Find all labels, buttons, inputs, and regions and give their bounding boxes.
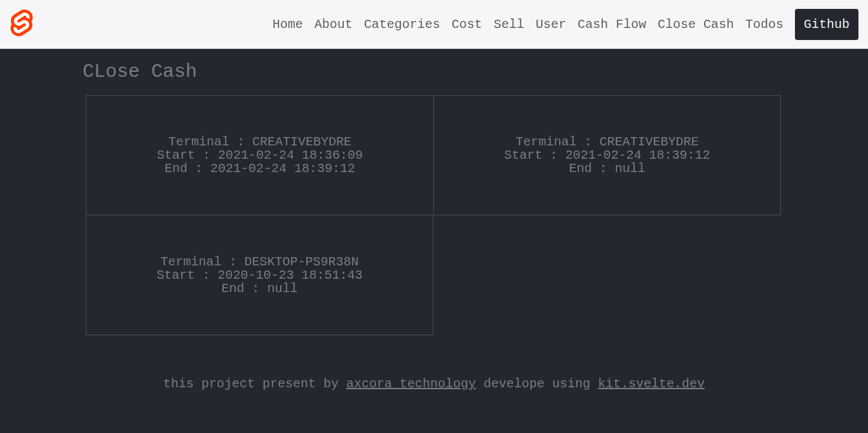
card-terminal: Terminal : CREATIVEBYDRE — [168, 135, 351, 149]
nav-categories[interactable]: Categories — [364, 17, 440, 32]
close-cash-grid: Terminal : CREATIVEBYDRE Start : 2021-02… — [86, 95, 868, 335]
card-end: End : null — [221, 282, 297, 295]
nav-sell[interactable]: Sell — [494, 17, 524, 32]
nav-todos[interactable]: Todos — [745, 17, 783, 32]
page-title: CLose Cash — [83, 61, 868, 83]
close-cash-card[interactable]: Terminal : DESKTOP-PS9R38N Start : 2020-… — [86, 215, 433, 335]
footer: this project present by axcora technolog… — [0, 376, 868, 391]
card-terminal: Terminal : CREATIVEBYDRE — [515, 135, 698, 149]
nav-closecash[interactable]: Close Cash — [658, 17, 734, 32]
close-cash-card[interactable]: Terminal : CREATIVEBYDRE Start : 2021-02… — [433, 95, 781, 215]
card-end: End : null — [569, 162, 645, 175]
logo[interactable] — [10, 10, 34, 39]
nav-home[interactable]: Home — [273, 17, 303, 32]
header: Home About Categories Cost Sell User Cas… — [0, 0, 868, 49]
footer-link-sveltekit[interactable]: kit.svelte.dev — [598, 376, 705, 391]
card-end: End : 2021-02-24 18:39:12 — [165, 162, 355, 175]
card-terminal: Terminal : DESKTOP-PS9R38N — [160, 255, 358, 269]
footer-text-middle: develope using — [476, 376, 598, 391]
close-cash-card[interactable]: Terminal : CREATIVEBYDRE Start : 2021-02… — [86, 95, 433, 215]
nav-cashflow[interactable]: Cash Flow — [578, 17, 646, 32]
card-start: Start : 2021-02-24 18:36:09 — [157, 149, 363, 162]
svelte-icon — [10, 10, 34, 36]
main-nav: Home About Categories Cost Sell User Cas… — [273, 9, 858, 40]
github-button[interactable]: Github — [795, 9, 858, 40]
card-start: Start : 2020-10-23 18:51:43 — [156, 269, 362, 282]
nav-cost[interactable]: Cost — [452, 17, 482, 32]
footer-text-prefix: this project present by — [163, 376, 346, 391]
nav-user[interactable]: User — [536, 17, 566, 32]
card-start: Start : 2021-02-24 18:39:12 — [504, 149, 710, 162]
footer-link-axcora[interactable]: axcora technology — [346, 376, 476, 391]
nav-about[interactable]: About — [315, 17, 353, 32]
